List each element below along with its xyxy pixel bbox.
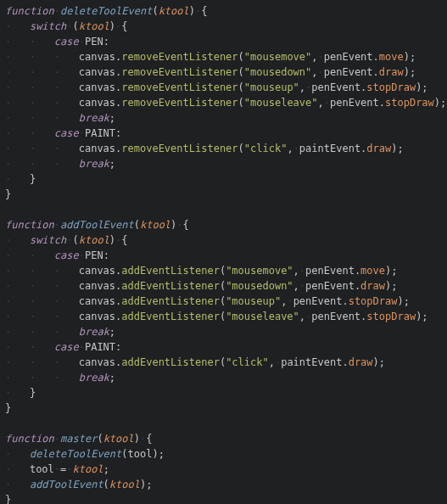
code-line: · · · canvas.addEventListener("mousedown… [0, 278, 447, 294]
code-line: · tool·=·ktool; [0, 462, 447, 477]
code-line: · · · break; [0, 324, 447, 339]
code-line: · · case·PAINT: [0, 126, 447, 141]
method: removeEventListener [121, 51, 237, 63]
function-name: master [60, 433, 97, 445]
keyword: case [54, 36, 79, 48]
code-line [0, 202, 447, 217]
code-line: · · · canvas.removeEventListener("moused… [0, 64, 447, 80]
code-line: · } [0, 171, 447, 187]
code-line: · } [0, 385, 447, 400]
code-line: function·addToolEvent(ktool)·{ [0, 217, 447, 232]
constant: PEN [85, 36, 103, 48]
code-line: · · · canvas.removeEventListener("mousel… [0, 95, 447, 110]
code-line: · · · canvas.removeEventListener("mousem… [0, 49, 447, 64]
identifier: canvas [79, 51, 115, 63]
parameter: ktool [159, 5, 189, 17]
code-line [0, 416, 447, 431]
code-line: · · · canvas.addEventListener("mouseleav… [0, 309, 447, 324]
code-line: · switch·(ktool)·{ [0, 232, 447, 248]
function-name: deleteToolEvent [60, 5, 152, 17]
code-line: · · · canvas.removeEventListener("mouseu… [0, 80, 447, 95]
keyword: function [5, 5, 54, 17]
code-line: · · · break; [0, 110, 447, 126]
string: "mousemove" [244, 51, 311, 63]
code-line: function·master(ktool)·{ [0, 431, 447, 446]
code-line: · · · canvas.addEventListener("mousemove… [0, 263, 447, 278]
code-line: · · case·PAINT: [0, 339, 447, 355]
code-line: · · · break; [0, 370, 447, 385]
keyword: switch [30, 20, 66, 32]
code-line: } [0, 400, 447, 416]
code-line: } [0, 187, 447, 202]
code-line: · switch·(ktool)·{ [0, 19, 447, 34]
code-line: · · · canvas.addEventListener("click",·p… [0, 355, 447, 370]
code-line: · · · break; [0, 156, 447, 171]
code-line: function·deleteToolEvent(ktool)·{ [0, 3, 447, 19]
code-line: · · · canvas.addEventListener("mouseup",… [0, 294, 447, 309]
code-line: · · case·PEN: [0, 34, 447, 49]
code-line: · · · canvas.removeEventListener("click"… [0, 141, 447, 156]
code-line: } [0, 492, 447, 504]
code-editor[interactable]: function·deleteToolEvent(ktool)·{ · swit… [0, 3, 447, 504]
code-line: · deleteToolEvent(tool); [0, 446, 447, 462]
function-name: addToolEvent [60, 219, 134, 231]
identifier: ktool [79, 20, 109, 32]
code-line: · · case·PEN: [0, 248, 447, 263]
code-line: · addToolEvent(ktool); [0, 477, 447, 492]
property: move [379, 51, 404, 63]
